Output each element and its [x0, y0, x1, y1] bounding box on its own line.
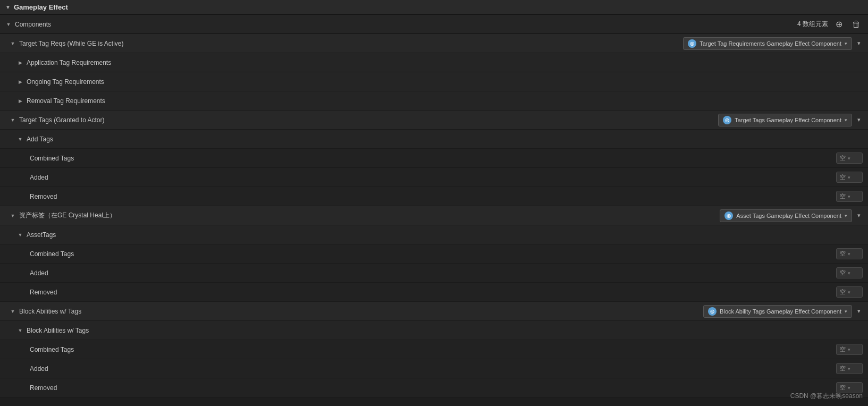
combined-tags-1-empty-text: 空 [840, 154, 846, 162]
section-target-tags-left: ▼ Target Tags (Granted to Actor) [10, 116, 661, 124]
asset-tags-collapse[interactable]: ▼ [10, 213, 16, 218]
added-2-left: Added [30, 269, 661, 277]
combined-tags-3-label: Combined Tags [30, 346, 74, 353]
added-1-right: 空 ▾ [661, 172, 863, 183]
added-1-left: Added [30, 174, 661, 181]
target-tags-pill[interactable]: ◎ Target Tags Gameplay Effect Component … [718, 114, 852, 126]
main-container: ▼ Components 4 数组元素 ⊕ 🗑 ▼ Target Tag Req… [0, 15, 868, 406]
removal-tag-reqs-expand[interactable]: ▶ [17, 98, 23, 104]
combined-tags-2-right: 空 ▾ [661, 248, 863, 259]
add-component-button[interactable]: ⊕ [833, 19, 845, 30]
row-added-1: Added 空 ▾ [0, 168, 868, 187]
combined-tags-3-empty-tag[interactable]: 空 ▾ [836, 344, 863, 355]
combined-tags-1-right: 空 ▾ [661, 153, 863, 164]
block-abilities-outer-chevron[interactable]: ▾ [855, 307, 863, 316]
row-removed-3: Removed 空 ▾ [0, 378, 868, 397]
combined-tags-1-empty-tag[interactable]: 空 ▾ [836, 153, 863, 164]
combined-tags-2-left: Combined Tags [30, 250, 661, 258]
target-tag-reqs-outer-chevron[interactable]: ▾ [855, 39, 863, 48]
ongoing-tag-reqs-expand[interactable]: ▶ [17, 79, 23, 84]
components-collapse-arrow[interactable]: ▼ [5, 22, 12, 27]
target-tag-reqs-pill[interactable]: ◎ Target Tag Requirements Gameplay Effec… [683, 37, 852, 50]
target-tags-icon: ◎ [723, 116, 731, 124]
block-abilities-pill-chevron: ▾ [845, 309, 847, 314]
added-2-empty-text: 空 [840, 269, 846, 277]
section-block-abilities-sub: ▼ Block Abilities w/ Tags [0, 321, 868, 340]
app-tag-reqs-expand[interactable]: ▶ [17, 60, 23, 65]
combined-tags-3-right: 空 ▾ [661, 344, 863, 355]
watermark: CSDN @暮志未晚season [790, 392, 863, 401]
asset-tags-label: 资产标签（在GE Crystal Heal上） [19, 211, 116, 220]
target-tags-pill-chevron: ▾ [845, 117, 847, 123]
added-3-empty-tag[interactable]: 空 ▾ [836, 363, 863, 374]
components-header: ▼ Components 4 数组元素 ⊕ 🗑 [0, 15, 868, 34]
asset-tags-outer-chevron[interactable]: ▾ [855, 211, 863, 220]
block-abilities-sub-left: ▼ Block Abilities w/ Tags [17, 327, 863, 334]
block-abilities-collapse[interactable]: ▼ [10, 309, 16, 314]
added-2-label: Added [30, 269, 48, 277]
added-3-right: 空 ▾ [661, 363, 863, 374]
block-abilities-icon: ◎ [708, 307, 717, 316]
row-added-2: Added 空 ▾ [0, 264, 868, 283]
assettags-sub-collapse[interactable]: ▼ [17, 232, 23, 238]
block-abilities-sub-label: Block Abilities w/ Tags [27, 327, 89, 334]
removed-2-left: Removed [30, 289, 661, 296]
removed-1-empty-tag[interactable]: 空 ▾ [836, 191, 863, 202]
section-asset-tags-left: ▼ 资产标签（在GE Crystal Heal上） [10, 211, 661, 220]
section-target-tag-reqs-right: ◎ Target Tag Requirements Gameplay Effec… [661, 37, 863, 50]
removed-1-label: Removed [30, 193, 57, 200]
target-tag-reqs-icon: ◎ [688, 39, 696, 48]
section-block-abilities-right: ◎ Block Ability Tags Gameplay Effect Com… [661, 305, 863, 318]
removed-3-left: Removed [30, 384, 661, 392]
removed-1-empty-text: 空 [840, 192, 846, 200]
asset-tags-pill-chevron: ▾ [845, 213, 847, 218]
block-abilities-pill[interactable]: ◎ Block Ability Tags Gameplay Effect Com… [703, 305, 852, 318]
asset-tags-icon: ◎ [724, 212, 733, 220]
target-tags-outer-chevron[interactable]: ▾ [855, 115, 863, 124]
add-tags-collapse[interactable]: ▼ [17, 137, 23, 142]
section-block-abilities: ▼ Block Abilities w/ Tags ◎ Block Abilit… [0, 302, 868, 321]
row-combined-tags-2: Combined Tags 空 ▾ [0, 244, 868, 264]
target-tag-reqs-collapse[interactable]: ▼ [10, 41, 16, 46]
combined-tags-1-chevron: ▾ [848, 156, 850, 161]
target-tag-reqs-pill-chevron: ▾ [845, 41, 847, 46]
block-abilities-sub-collapse[interactable]: ▼ [17, 328, 23, 333]
added-2-right: 空 ▾ [661, 267, 863, 278]
section-assettags-sub: ▼ AssetTags [0, 225, 868, 244]
row-combined-tags-3: Combined Tags 空 ▾ [0, 340, 868, 359]
removed-1-chevron: ▾ [848, 194, 850, 199]
target-tags-pill-text: Target Tags Gameplay Effect Component [735, 117, 841, 123]
row-added-3: Added 空 ▾ [0, 359, 868, 378]
section-target-tags-right: ◎ Target Tags Gameplay Effect Component … [661, 114, 863, 126]
combined-tags-3-left: Combined Tags [30, 346, 661, 353]
title-text: Gameplay Effect [14, 3, 68, 11]
asset-tags-pill[interactable]: ◎ Asset Tags Gameplay Effect Component ▾ [720, 209, 852, 222]
removed-3-empty-text: 空 [840, 384, 846, 392]
added-2-empty-tag[interactable]: 空 ▾ [836, 267, 863, 278]
components-label: Components [15, 21, 51, 28]
target-tags-collapse[interactable]: ▼ [10, 117, 16, 123]
removed-2-empty-tag[interactable]: 空 ▾ [836, 286, 863, 298]
combined-tags-2-chevron: ▾ [848, 251, 850, 257]
removed-3-chevron: ▾ [848, 385, 850, 391]
added-1-label: Added [30, 174, 48, 181]
combined-tags-1-label: Combined Tags [30, 155, 74, 162]
combined-tags-2-empty-tag[interactable]: 空 ▾ [836, 248, 863, 259]
section-asset-tags-right: ◎ Asset Tags Gameplay Effect Component ▾… [661, 209, 863, 222]
removed-1-right: 空 ▾ [661, 191, 863, 202]
title-collapse-arrow[interactable]: ▼ [5, 4, 11, 10]
asset-tags-pill-text: Asset Tags Gameplay Effect Component [736, 213, 841, 219]
row-removed-1: Removed 空 ▾ [0, 187, 868, 206]
section-add-tags: ▼ Add Tags [0, 130, 868, 149]
removal-tag-reqs-left: ▶ Removal Tag Requirements [17, 97, 863, 105]
add-tags-label: Add Tags [27, 136, 53, 143]
delete-component-button[interactable]: 🗑 [850, 19, 863, 30]
combined-tags-3-chevron: ▾ [848, 347, 850, 352]
section-asset-tags: ▼ 资产标签（在GE Crystal Heal上） ◎ Asset Tags G… [0, 206, 868, 225]
added-1-empty-text: 空 [840, 173, 846, 181]
added-1-chevron: ▾ [848, 175, 850, 180]
added-1-empty-tag[interactable]: 空 ▾ [836, 172, 863, 183]
removed-2-label: Removed [30, 289, 57, 296]
removed-3-label: Removed [30, 384, 57, 392]
row-combined-tags-1: Combined Tags 空 ▾ [0, 149, 868, 168]
